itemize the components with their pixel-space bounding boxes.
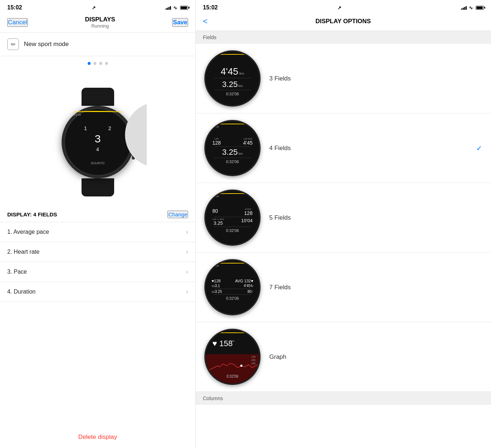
wifi-icon-right: ∿: [469, 5, 473, 11]
columns-section-header: Columns: [196, 392, 491, 405]
watch-4fields: 19:36 LAP 128 LAP AVG 4'45: [204, 120, 261, 176]
field-chevron-4: ›: [186, 289, 188, 295]
dot-3[interactable]: [99, 62, 102, 65]
field-label-4: 4. Duration: [7, 289, 36, 295]
watch-screen: 1 2 3 4 SUUNTO: [69, 113, 127, 171]
field-chevron-1: ›: [186, 229, 188, 235]
watch4-time: 19:36: [212, 125, 219, 128]
field-list: 1. Average pace › 2. Heart rate › 3. Pac…: [0, 222, 195, 426]
right-nav-bar: < DISPLAY OPTIONS: [196, 14, 491, 31]
fields-header-label: Fields: [203, 34, 216, 40]
status-bar-left: 15:02 ↗ ∿: [0, 0, 195, 14]
watch-body: 19:36 1 2 3 4 SUUNTO: [62, 106, 134, 178]
watch-field-1: 1: [74, 125, 97, 131]
watch-field-2: 2: [99, 125, 121, 131]
battery-icon-right: [476, 6, 484, 10]
watch-area: 19:36 1 2 3 4 SUUNTO: [0, 68, 195, 206]
field-label-1: 1. Average pace: [7, 229, 49, 235]
option-5fields[interactable]: 19:36 80 ♥ AVG 128: [196, 183, 491, 253]
watch-graph: 170 150 130 ♥ 158 bpm 0:32'06: [204, 329, 261, 385]
watch-fields-grid: 1 2 3 4: [74, 125, 121, 152]
option-graph[interactable]: 170 150 130 ♥ 158 bpm 0:32'06 Graph: [196, 322, 491, 392]
field-item-1[interactable]: 1. Average pace ›: [0, 222, 195, 242]
field-item-3[interactable]: 3. Pace ›: [0, 262, 195, 282]
svg-point-0: [240, 365, 242, 367]
watch-container: 19:36 1 2 3 4 SUUNTO: [56, 88, 140, 182]
field-chevron-2: ›: [186, 249, 188, 255]
signal-bars-left: [166, 5, 171, 10]
time-left: 15:02: [7, 4, 22, 11]
displays-title-block: DISPLAYS Running: [85, 16, 115, 29]
watch-side-body: 1 3 5: [125, 102, 147, 167]
option-label-7fields: 7 Fields: [269, 284, 482, 291]
graph-bg: 170 150 130: [206, 354, 259, 383]
delete-display-button[interactable]: Delete display: [0, 426, 195, 448]
options-list: 4'45 /km 3.25 km 0:32'06 3 Fields: [196, 44, 491, 448]
edit-icon: ✏: [7, 38, 19, 50]
watch-strap-top: [82, 88, 114, 106]
graph-labels: 170 150 130: [251, 356, 255, 365]
left-panel: 15:02 ↗ ∿ Cancel DISPLAYS Running Save ✏…: [0, 0, 196, 448]
status-icons-left: ∿: [166, 5, 188, 11]
fields-section-header: Fields: [196, 31, 491, 44]
option-3fields[interactable]: 4'45 /km 3.25 km 0:32'06 3 Fields: [196, 44, 491, 113]
right-panel: 15:02 ↗ ∿ < DISPLAY OPTIONS Fields: [196, 0, 491, 448]
watch-field-3: 3: [74, 133, 121, 145]
watch-side-partial: 1 3 5: [125, 102, 147, 167]
field-item-4[interactable]: 4. Duration ›: [0, 282, 195, 302]
watch-3fields: 4'45 /km 3.25 km 0:32'06: [204, 50, 261, 107]
field-chevron-3: ›: [186, 269, 188, 275]
option-label-3fields: 3 Fields: [269, 75, 482, 82]
option-label-graph: Graph: [269, 353, 482, 361]
status-icons-right: ∿: [461, 5, 484, 11]
save-button[interactable]: Save: [172, 18, 188, 27]
time-right: 15:02: [203, 4, 218, 11]
battery-icon-left: [180, 6, 188, 10]
check-icon-4fields: ✓: [476, 144, 482, 153]
location-icon-left: ↗: [92, 5, 96, 11]
change-button[interactable]: Change: [167, 211, 188, 218]
status-bar-right: 15:02 ↗ ∿: [196, 0, 491, 14]
display-fields-header: DISPLAY: 4 FIELDS Change: [0, 206, 195, 222]
cancel-button[interactable]: Cancel: [7, 18, 28, 27]
option-label-4fields: 4 Fields: [269, 145, 476, 152]
signal-bars-right: [461, 5, 467, 10]
field-item-2[interactable]: 2. Heart rate ›: [0, 242, 195, 262]
edit-name-row[interactable]: ✏ New sport mode: [0, 33, 195, 56]
watch-brand: SUUNTO: [91, 161, 105, 165]
display-options-title: DISPLAY OPTIONS: [213, 18, 484, 25]
watch-5fields: 19:36 80 ♥ AVG 128: [204, 190, 261, 246]
dot-4[interactable]: [105, 62, 108, 65]
location-icon-right: ↗: [337, 5, 341, 11]
nav-bar-left: Cancel DISPLAYS Running Save: [0, 14, 195, 33]
graph-time-bottom: 0:32'06: [226, 374, 238, 378]
sport-mode-name: New sport mode: [24, 41, 69, 48]
field-label-2: 2. Heart rate: [7, 249, 39, 255]
watch-7fields: 19:36 ♥128 AVG 132♥ ▭3.1 4'45↻ ▭3.25: [204, 259, 261, 315]
displays-title: DISPLAYS: [85, 16, 115, 23]
wifi-icon-left: ∿: [173, 5, 177, 11]
watch-strap-bottom: [82, 178, 114, 196]
option-4fields[interactable]: 19:36 LAP 128 LAP AVG 4'45: [196, 113, 491, 183]
bpm-label: bpm: [230, 340, 235, 342]
carousel-dots: [0, 56, 195, 68]
field-label-3: 3. Pace: [7, 269, 27, 275]
columns-header-label: Columns: [203, 395, 223, 401]
watch-field-4: 4: [74, 146, 121, 152]
option-label-5fields: 5 Fields: [269, 214, 482, 221]
display-fields-label: DISPLAY: 4 FIELDS: [7, 211, 57, 217]
dot-2[interactable]: [93, 62, 96, 65]
back-button[interactable]: <: [203, 17, 208, 26]
watch-time-display: 19:36: [74, 113, 81, 116]
dot-1[interactable]: [88, 62, 91, 65]
displays-subtitle: Running: [85, 23, 115, 29]
option-7fields[interactable]: 19:36 ♥128 AVG 132♥ ▭3.1 4'45↻ ▭3.25: [196, 253, 491, 322]
